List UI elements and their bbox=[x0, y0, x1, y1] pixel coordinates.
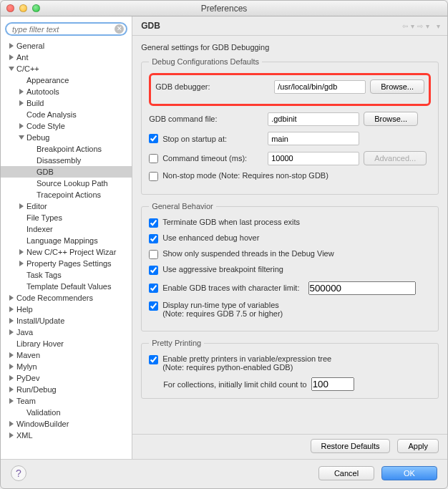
tree-item[interactable]: Template Default Values bbox=[1, 281, 132, 292]
tree-item[interactable]: WindowBuilder bbox=[1, 418, 132, 430]
tree-item[interactable]: GDB bbox=[1, 166, 132, 178]
child-count-field[interactable] bbox=[311, 377, 354, 391]
tree-item[interactable]: Debug bbox=[1, 132, 132, 143]
tree-item[interactable]: Property Pages Settings bbox=[1, 258, 132, 269]
gdb-traces-checkbox[interactable] bbox=[149, 284, 158, 293]
tree-item[interactable]: General bbox=[1, 40, 132, 52]
tree-item-label: C/C++ bbox=[16, 64, 39, 73]
runtime-type-checkbox[interactable] bbox=[149, 301, 158, 311]
chevron-right-icon[interactable] bbox=[8, 432, 15, 439]
cancel-button[interactable]: Cancel bbox=[318, 466, 374, 480]
chevron-down-icon[interactable] bbox=[18, 134, 25, 141]
chevron-right-icon[interactable] bbox=[8, 329, 15, 336]
restore-defaults-button[interactable]: Restore Defaults bbox=[311, 439, 391, 453]
tree-item-label: Validation bbox=[26, 408, 61, 417]
gdb-debugger-field[interactable] bbox=[274, 80, 366, 94]
tree-item[interactable]: Validation bbox=[1, 407, 132, 418]
tree-item[interactable]: Editor bbox=[1, 200, 132, 212]
tree-item[interactable]: PyDev bbox=[1, 372, 132, 384]
chevron-right-icon[interactable] bbox=[18, 248, 25, 256]
tree-item-label: Language Mappings bbox=[26, 236, 98, 245]
apply-button[interactable]: Apply bbox=[397, 439, 439, 453]
tree-item[interactable]: Breakpoint Actions bbox=[1, 143, 132, 155]
ok-button[interactable]: OK bbox=[381, 466, 437, 480]
chevron-down-icon[interactable] bbox=[8, 65, 15, 72]
tree-item[interactable]: Install/Update bbox=[1, 315, 132, 326]
gdb-cmdfile-field[interactable] bbox=[268, 112, 359, 126]
tree-item-label: Help bbox=[16, 305, 33, 314]
chevron-right-icon[interactable] bbox=[8, 397, 15, 405]
tree-item[interactable]: New C/C++ Project Wizar bbox=[1, 246, 132, 258]
tree-item[interactable]: Help bbox=[1, 304, 132, 315]
tree-item-label: Maven bbox=[16, 351, 40, 359]
aggressive-bp-checkbox[interactable] bbox=[149, 266, 158, 275]
gdb-cmdfile-label: GDB command file: bbox=[149, 115, 263, 123]
advanced-button[interactable]: Advanced... bbox=[364, 151, 427, 165]
tree-item[interactable]: Code Style bbox=[1, 120, 132, 132]
tree-item[interactable]: File Types bbox=[1, 212, 132, 223]
nonstop-checkbox[interactable] bbox=[149, 172, 158, 181]
tree-item[interactable]: Build bbox=[1, 97, 132, 109]
tree-item-label: Install/Update bbox=[16, 316, 64, 325]
tree-item[interactable]: Ant bbox=[1, 52, 132, 63]
tree-item-label: Source Lookup Path bbox=[36, 179, 108, 188]
chevron-right-icon[interactable] bbox=[18, 100, 25, 107]
chevron-right-icon[interactable] bbox=[8, 317, 15, 324]
command-timeout-checkbox[interactable] bbox=[149, 154, 158, 163]
tree-item[interactable]: Run/Debug bbox=[1, 384, 132, 395]
chevron-right-icon[interactable] bbox=[8, 306, 15, 313]
stop-on-startup-field[interactable] bbox=[268, 132, 359, 145]
chevron-right-icon[interactable] bbox=[8, 54, 15, 61]
help-button[interactable]: ? bbox=[11, 465, 26, 481]
chevron-right-icon[interactable] bbox=[8, 386, 15, 393]
tree-item[interactable]: Library Hover bbox=[1, 338, 132, 349]
tree-item[interactable]: Code Analysis bbox=[1, 109, 132, 120]
tree-item[interactable]: Java bbox=[1, 326, 132, 338]
pretty-printers-checkbox[interactable] bbox=[149, 355, 158, 364]
chevron-right-icon[interactable] bbox=[8, 374, 15, 382]
tree-item[interactable]: Maven bbox=[1, 349, 132, 361]
chevron-right-icon[interactable] bbox=[8, 42, 15, 49]
tree-spacer bbox=[18, 226, 25, 233]
tree-item[interactable]: Disassembly bbox=[1, 155, 132, 166]
tree-item[interactable]: Indexer bbox=[1, 223, 132, 235]
tree-item[interactable]: Autotools bbox=[1, 86, 132, 97]
tree-item[interactable]: Mylyn bbox=[1, 361, 132, 372]
tree-item[interactable]: C/C++ bbox=[1, 63, 132, 74]
preferences-tree[interactable]: GeneralAntC/C++AppearanceAutotoolsBuildC… bbox=[1, 40, 132, 459]
enhanced-hover-checkbox[interactable] bbox=[149, 234, 158, 243]
tree-item[interactable]: Task Tags bbox=[1, 269, 132, 281]
nav-back-icon[interactable]: ⇦ bbox=[402, 22, 408, 30]
tree-item[interactable]: Tracepoint Actions bbox=[1, 189, 132, 200]
tree-spacer bbox=[28, 157, 35, 164]
chevron-right-icon[interactable] bbox=[18, 260, 25, 267]
nav-history: ⇦ ▾ ⇨ ▾ ▾ bbox=[402, 22, 440, 30]
tree-item[interactable]: Code Recommenders bbox=[1, 292, 132, 304]
chevron-right-icon[interactable] bbox=[18, 88, 25, 95]
command-timeout-field[interactable] bbox=[268, 152, 359, 165]
chevron-right-icon[interactable] bbox=[8, 420, 15, 427]
terminate-gdb-checkbox[interactable] bbox=[149, 218, 158, 228]
child-count-label: For collections, initially limit child c… bbox=[163, 380, 307, 389]
filter-input[interactable] bbox=[5, 22, 127, 36]
tree-item[interactable]: Team bbox=[1, 395, 132, 407]
titlebar: Preferences bbox=[1, 1, 447, 16]
tree-item[interactable]: Language Mappings bbox=[1, 235, 132, 246]
highlighted-debugger-row: GDB debugger: Browse... bbox=[149, 73, 431, 106]
chevron-right-icon[interactable] bbox=[8, 363, 15, 370]
tree-item[interactable]: XML bbox=[1, 430, 132, 441]
chevron-right-icon[interactable] bbox=[18, 122, 25, 130]
chevron-right-icon[interactable] bbox=[8, 352, 15, 359]
command-timeout-label: Command timeout (ms): bbox=[162, 154, 247, 163]
suspended-threads-checkbox[interactable] bbox=[149, 250, 158, 259]
tree-spacer bbox=[18, 77, 25, 84]
tree-item[interactable]: Source Lookup Path bbox=[1, 178, 132, 189]
chevron-right-icon[interactable] bbox=[8, 294, 15, 301]
tree-item[interactable]: Appearance bbox=[1, 74, 132, 86]
nav-forward-icon[interactable]: ⇨ bbox=[417, 22, 423, 30]
gdb-traces-limit-field[interactable] bbox=[308, 281, 416, 295]
chevron-right-icon[interactable] bbox=[18, 203, 25, 210]
browse-cmdfile-button[interactable]: Browse... bbox=[364, 112, 418, 126]
browse-debugger-button[interactable]: Browse... bbox=[370, 79, 424, 94]
stop-on-startup-checkbox[interactable] bbox=[149, 134, 158, 143]
